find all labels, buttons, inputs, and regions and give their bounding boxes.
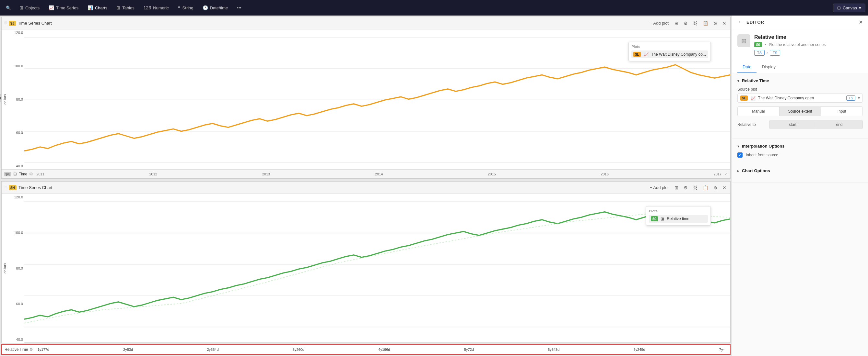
mode-source-extent-button[interactable]: Source extent xyxy=(779,107,821,116)
chart1-svg xyxy=(24,30,730,169)
nav-item-objects[interactable]: ⊞ Objects xyxy=(16,3,43,12)
plugin-input-type: TS xyxy=(754,50,765,56)
inherit-checkbox[interactable]: ✓ xyxy=(737,152,743,157)
search-icon: 🔍 xyxy=(6,5,11,10)
chart2-title: Time Series Chart xyxy=(19,185,646,190)
nav-item-time-series[interactable]: 📈 Time Series xyxy=(45,3,82,12)
editor-title: EDITOR xyxy=(746,20,859,25)
nav-item-charts[interactable]: 📊 Charts xyxy=(84,3,111,12)
editor-back-button[interactable]: ← xyxy=(737,19,743,26)
chart2-drag-handle[interactable]: ⠿ xyxy=(4,185,7,190)
relative-time-label: Relative Time ⚙ xyxy=(4,347,33,352)
source-plot-row: $L 📈 The Walt Disney Company open TS ▾ xyxy=(737,94,863,103)
interpolation-section-header[interactable]: ▾ Interpolation Options xyxy=(737,144,863,148)
interpolation-collapse-icon: ▾ xyxy=(737,144,739,148)
chart2-svg xyxy=(24,194,730,343)
chart1-time-gear-icon[interactable]: ⚙ xyxy=(29,172,33,176)
chart2-header: ⠿ $N Time Series Chart + Add plot ⊞ ⚙ ⛓ … xyxy=(2,182,730,194)
plugin-dot: • xyxy=(765,42,766,47)
chart1-y-label: dollars xyxy=(2,30,8,169)
chart1-collapse-arrow[interactable]: ◀ xyxy=(0,94,2,102)
chart1-copy-icon[interactable]: 📋 xyxy=(702,20,710,27)
chart2-layout-icon[interactable]: ⊞ xyxy=(673,184,680,191)
chart1-title: Time Series Chart xyxy=(18,21,646,26)
nav-item-more[interactable]: ••• xyxy=(233,4,245,12)
chart1-y-axis: 120.0 100.0 80.0 60.0 40.0 xyxy=(8,30,24,169)
plugin-info: Relative time $0 • Plot the relative of … xyxy=(754,34,863,56)
search-button[interactable]: 🔍 xyxy=(3,4,14,12)
start-button[interactable]: start xyxy=(770,120,816,129)
canvas-dropdown-icon: ▾ xyxy=(859,5,861,10)
mode-manual-button[interactable]: Manual xyxy=(738,107,779,116)
interpolation-section-title: Interpolation Options xyxy=(742,144,784,148)
relative-time-collapse-icon: ▾ xyxy=(737,79,739,83)
plugin-meta: $0 • Plot the relative of another series xyxy=(754,42,863,47)
chart1-resize-corner[interactable]: ↙ xyxy=(725,172,727,176)
chart1-link-icon[interactable]: ⛓ xyxy=(692,20,699,27)
nav-item-string[interactable]: ❝ String xyxy=(174,3,197,12)
chart1-layers-icon[interactable]: ⊛ xyxy=(712,20,719,27)
chart2-plot-item[interactable]: $0 ⊞ Relative time xyxy=(649,215,708,223)
start-end-group: start end xyxy=(769,120,863,129)
plugin-tag: $0 xyxy=(754,42,762,47)
plugin-header: ⊞ Relative time $0 • Plot the relative o… xyxy=(732,29,868,61)
chart2-close-icon[interactable]: ✕ xyxy=(721,184,727,191)
plugin-icon: ⊞ xyxy=(737,34,750,47)
time-series-icon: 📈 xyxy=(49,5,54,10)
chart1-plot-label: The Walt Disney Company op... xyxy=(651,52,706,57)
plugin-name: Relative time xyxy=(754,34,863,40)
mode-input-button[interactable]: Input xyxy=(821,107,863,116)
chart2-layers-icon[interactable]: ⊛ xyxy=(712,184,719,191)
nav-item-datetime[interactable]: 🕐 Date/time xyxy=(199,3,232,12)
chart2-link-icon[interactable]: ⛓ xyxy=(692,184,699,191)
editor-close-button[interactable]: ✕ xyxy=(859,19,863,25)
tab-data[interactable]: Data xyxy=(737,61,756,73)
chart2-plots-title: Plots xyxy=(649,209,708,213)
chart1-tag: $J xyxy=(9,21,16,26)
interpolation-section: ▾ Interpolation Options ✓ Inherit from s… xyxy=(732,139,868,163)
canvas-button[interactable]: ⊡ Canvas ▾ xyxy=(833,4,865,12)
chart2-container: ⠿ $N Time Series Chart + Add plot ⊞ ⚙ ⛓ … xyxy=(1,181,731,343)
editor-panel: ← EDITOR ✕ ⊞ Relative time $0 • Plot the… xyxy=(732,15,868,356)
mode-button-group: Manual Source extent Input xyxy=(737,106,863,116)
plugin-types: TS › TS xyxy=(754,50,863,56)
chart2-plot-tag: $0 xyxy=(651,216,658,221)
chart1-plots-tooltip: Plots $L 📈 The Walt Disney Company op... xyxy=(628,42,711,61)
plugin-icon-symbol: ⊞ xyxy=(741,37,747,45)
relative-to-row: Relative to start end xyxy=(737,120,863,129)
chart1-close-icon[interactable]: ✕ xyxy=(721,20,727,27)
chart2-plot-area: 120.0 100.0 80.0 60.0 40.0 xyxy=(8,194,730,343)
source-plot-chart-icon: 📈 xyxy=(750,96,755,101)
charts-icon: 📊 xyxy=(88,5,93,10)
end-button[interactable]: end xyxy=(816,120,863,129)
type-arrow-icon: › xyxy=(767,50,768,55)
nav-item-tables[interactable]: ⊞ Tables xyxy=(113,3,138,12)
chart2-y-axis: 120.0 100.0 80.0 60.0 40.0 xyxy=(8,194,24,343)
tab-display[interactable]: Display xyxy=(756,61,781,73)
chart2-gear-icon[interactable]: ⚙ xyxy=(682,184,689,191)
chart2-actions: + Add plot ⊞ ⚙ ⛓ 📋 ⊛ ✕ xyxy=(648,184,727,191)
chart1-layout-icon[interactable]: ⊞ xyxy=(673,20,680,27)
chart-options-section-header[interactable]: ▸ Chart Options xyxy=(737,168,863,173)
chart1-actions: + Add plot ⊞ ⚙ ⛓ 📋 ⊛ ✕ xyxy=(648,20,727,27)
source-plot-select[interactable]: $L 📈 The Walt Disney Company open TS ▾ xyxy=(737,94,863,103)
chart2-add-plot-button[interactable]: + Add plot xyxy=(648,184,671,191)
relative-time-section-title: Relative Time xyxy=(742,78,769,83)
chart1-gear-icon[interactable]: ⚙ xyxy=(682,20,689,27)
chart1-plot-item[interactable]: $L 📈 The Walt Disney Company op... xyxy=(631,50,708,58)
chart1-container: ⠿ $J Time Series Chart + Add plot ⊞ ⚙ ⛓ … xyxy=(1,17,731,179)
source-plot-name: The Walt Disney Company open xyxy=(758,96,844,100)
chart1-add-plot-button[interactable]: + Add plot xyxy=(648,20,671,26)
chart2-plots-tooltip: Plots $0 ⊞ Relative time xyxy=(646,206,711,225)
nav-item-numeric[interactable]: 123 Numeric xyxy=(140,3,173,12)
relative-time-gear-icon[interactable]: ⚙ xyxy=(30,347,33,352)
chart2-tag: $N xyxy=(9,185,17,190)
charts-area: ⠿ $J Time Series Chart + Add plot ⊞ ⚙ ⛓ … xyxy=(0,15,732,356)
chart1-drag-handle[interactable]: ⠿ xyxy=(4,21,7,25)
chart1-header: ⠿ $J Time Series Chart + Add plot ⊞ ⚙ ⛓ … xyxy=(2,17,730,30)
chart2-copy-icon[interactable]: 📋 xyxy=(702,184,710,191)
chart1-plot-area: 120.0 100.0 80.0 60.0 40.0 xyxy=(8,30,730,169)
chart1-footer-time: Time xyxy=(19,172,27,176)
plugin-output-type: TS xyxy=(770,50,780,56)
relative-time-section-header[interactable]: ▾ Relative Time xyxy=(737,78,863,83)
